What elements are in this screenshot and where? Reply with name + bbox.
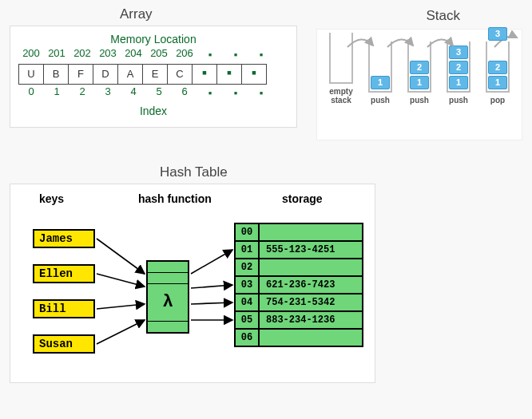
storage-index: 05 — [234, 310, 260, 330]
lambda-symbol: λ — [148, 284, 188, 321]
stack-block: 1 — [449, 76, 468, 89]
svg-line-0 — [97, 239, 145, 274]
mem-addr: 202 — [69, 47, 95, 63]
storage-index: 00 — [234, 223, 260, 242]
storage-value: 621-236-7423 — [260, 275, 363, 294]
array-cell: F — [68, 64, 93, 85]
array-cell: U — [18, 64, 44, 85]
index-row: 0 1 2 3 4 5 6 ▪ ▪ ▪ — [15, 85, 292, 101]
hash-title: Hash Table — [160, 164, 228, 180]
ellipsis-dot: ▪ — [223, 85, 248, 101]
hash-header-func: hash function — [138, 192, 212, 205]
stack-block: 1 — [371, 76, 390, 89]
stack-block: 2 — [488, 61, 507, 74]
array-cells-row: U B F D A E C ▪ ▪ ▪ — [15, 64, 292, 85]
array-index: 4 — [121, 85, 146, 101]
svg-line-3 — [97, 320, 145, 344]
array-diagram: Memory Location 200 201 202 203 204 205 … — [10, 26, 297, 128]
memory-address-row: 200 201 202 203 204 205 206 ▪ ▪ ▪ — [15, 47, 292, 63]
storage-value: 883-234-1236 — [260, 310, 363, 330]
stack-popped-block: 3 — [488, 27, 507, 41]
svg-line-5 — [191, 285, 232, 288]
hash-function-box: λ — [146, 260, 189, 334]
mem-addr: 200 — [18, 47, 44, 63]
hash-diagram: keys hash function storage James Ellen B… — [10, 184, 375, 383]
stack-label: push — [410, 96, 429, 105]
hash-storage-table: 00 01555-123-4251 02 03621-236-7423 0475… — [234, 223, 363, 347]
storage-value: 754-231-5342 — [260, 293, 363, 312]
storage-index: 06 — [234, 328, 260, 347]
hash-header-keys: keys — [39, 192, 64, 205]
storage-value — [260, 258, 363, 277]
hash-key: Bill — [33, 299, 95, 318]
stack-label: push — [449, 96, 468, 105]
storage-value — [260, 328, 363, 347]
array-index: 5 — [146, 85, 172, 101]
array-cell: E — [142, 64, 168, 85]
stack-label: pop — [490, 96, 505, 105]
stack-column-pop: 3 1 2 pop — [480, 42, 515, 105]
svg-line-4 — [191, 250, 232, 274]
ellipsis-dot: ▪ — [248, 47, 274, 63]
array-index: 1 — [44, 85, 69, 101]
mem-addr: 206 — [172, 47, 197, 63]
stack-block: 1 — [488, 76, 507, 89]
mem-addr: 204 — [121, 47, 146, 63]
stack-column-push3: 1 2 3 push — [441, 42, 476, 105]
stack-label: empty stack — [329, 87, 352, 105]
stack-column-push1: 1 push — [363, 42, 398, 105]
ellipsis-dot: ▪ — [248, 85, 274, 101]
svg-line-6 — [191, 302, 232, 304]
memory-location-label: Memory Location — [15, 33, 292, 45]
stack-column-empty: empty stack — [324, 33, 359, 105]
ellipsis-dot: ▪ — [223, 47, 248, 63]
storage-value — [260, 223, 363, 242]
stack-label: push — [371, 96, 390, 105]
ellipsis-dot: ▪ — [197, 47, 223, 63]
ellipsis-cell: ▪ — [192, 64, 217, 85]
mem-addr: 201 — [44, 47, 69, 63]
hash-key: James — [33, 229, 95, 248]
array-index: 3 — [95, 85, 121, 101]
ellipsis-cell: ▪ — [216, 64, 242, 85]
storage-value: 555-123-4251 — [260, 240, 363, 259]
storage-index: 03 — [234, 275, 260, 294]
mem-addr: 205 — [146, 47, 172, 63]
stack-block: 3 — [449, 45, 468, 59]
array-index: 6 — [172, 85, 197, 101]
array-title: Array — [120, 6, 153, 22]
svg-line-1 — [97, 274, 145, 287]
array-cell: C — [167, 64, 193, 85]
ellipsis-cell: ▪ — [241, 64, 267, 85]
storage-index: 02 — [234, 258, 260, 277]
stack-block: 1 — [410, 76, 429, 89]
array-cell: A — [117, 64, 143, 85]
storage-index: 01 — [234, 240, 260, 259]
hash-key: Susan — [33, 334, 95, 354]
index-label: Index — [15, 105, 292, 117]
mem-addr: 203 — [95, 47, 121, 63]
storage-index: 04 — [234, 293, 260, 312]
stack-diagram: empty stack 1 push 1 2 push 1 2 3 push 3… — [316, 29, 522, 140]
stack-block: 2 — [449, 61, 468, 74]
stack-title: Stack — [426, 8, 460, 24]
array-index: 2 — [69, 85, 95, 101]
hash-header-storage: storage — [282, 192, 323, 205]
stack-block: 2 — [410, 61, 429, 74]
array-cell: B — [43, 64, 69, 85]
hash-key: Ellen — [33, 264, 95, 283]
svg-line-2 — [97, 304, 145, 309]
array-cell: D — [93, 64, 118, 85]
stack-column-push2: 1 2 push — [402, 42, 437, 105]
ellipsis-dot: ▪ — [197, 85, 223, 101]
array-index: 0 — [18, 85, 44, 101]
